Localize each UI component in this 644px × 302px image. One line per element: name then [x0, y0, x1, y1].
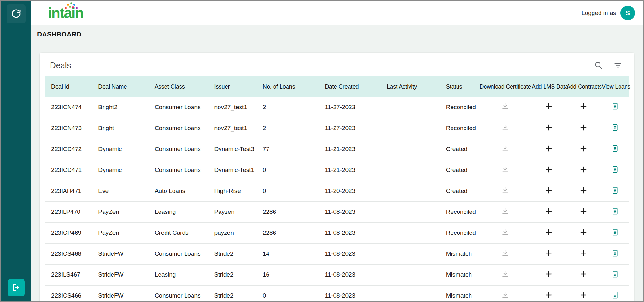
view-loans-button[interactable] — [611, 207, 619, 216]
download-certificate-button[interactable] — [501, 144, 509, 154]
view-loans-button[interactable] — [611, 123, 619, 133]
view-loans-button[interactable] — [611, 270, 619, 279]
cell-asset-class: Consumer Loans — [148, 97, 208, 118]
cell-deal-id: 223ICS468 — [45, 243, 92, 264]
download-certificate-button[interactable] — [501, 291, 509, 300]
download-certificate-button[interactable] — [501, 102, 509, 111]
document-icon — [611, 291, 619, 300]
view-loans-button[interactable] — [611, 291, 619, 300]
add-contracts-button[interactable] — [579, 249, 588, 259]
cell-no-of-loans: 77 — [256, 139, 319, 160]
add-contracts-button[interactable] — [579, 144, 588, 154]
download-icon — [501, 144, 509, 154]
add-contracts-button[interactable] — [579, 186, 588, 196]
cell-last-activity — [380, 243, 440, 264]
cell-no-of-loans: 0 — [256, 160, 319, 181]
view-loans-button[interactable] — [611, 228, 619, 237]
download-icon — [501, 207, 509, 216]
cell-view-loans — [601, 222, 629, 243]
download-certificate-button[interactable] — [501, 228, 509, 237]
cell-deal-name: PayZen — [92, 222, 148, 243]
view-loans-button[interactable] — [611, 165, 619, 174]
table-row: 223ICS468 StrideFW Consumer Loans Stride… — [45, 243, 629, 264]
download-certificate-button[interactable] — [501, 249, 509, 258]
add-contracts-button[interactable] — [579, 228, 588, 238]
document-icon — [611, 228, 619, 237]
view-loans-button[interactable] — [611, 144, 619, 154]
page-title: DASHBOARD — [37, 30, 81, 38]
column-header-no-of-loans: No. of Loans — [256, 76, 319, 97]
cell-no-of-loans: 16 — [256, 264, 319, 285]
plus-icon — [579, 102, 588, 112]
search-button[interactable] — [594, 61, 603, 70]
add-contracts-button[interactable] — [579, 207, 588, 217]
cell-deal-id: 223ICS466 — [45, 285, 92, 302]
cell-status: Mismatch — [440, 285, 479, 302]
table-row: 223ICS466 StrideFW Consumer Loans Stride… — [45, 285, 629, 302]
cell-date-created: 11-20-2023 — [318, 181, 380, 201]
add-lms-data-button[interactable] — [544, 228, 553, 238]
cell-status: Mismatch — [440, 264, 479, 285]
cell-add-lms-data — [531, 181, 566, 201]
add-lms-data-button[interactable] — [544, 144, 553, 154]
main-area: intain Logged in as S — [31, 1, 643, 301]
add-lms-data-button[interactable] — [544, 207, 553, 217]
filter-icon — [613, 61, 622, 70]
document-icon — [611, 270, 619, 279]
sidebar-menu-button[interactable] — [7, 4, 26, 23]
filter-button[interactable] — [613, 61, 622, 70]
download-icon — [501, 165, 509, 174]
app-screen: intain Logged in as S — [0, 0, 644, 302]
add-lms-data-button[interactable] — [544, 270, 553, 279]
cell-add-contracts — [566, 243, 601, 264]
view-loans-button[interactable] — [611, 249, 619, 258]
cell-asset-class: Credit Cards — [148, 222, 208, 243]
add-lms-data-button[interactable] — [544, 186, 553, 196]
plus-icon — [544, 144, 553, 154]
column-header-deal-name: Deal Name — [92, 76, 148, 97]
view-loans-button[interactable] — [611, 102, 619, 111]
add-lms-data-button[interactable] — [544, 102, 553, 112]
add-lms-data-button[interactable] — [544, 123, 553, 133]
view-loans-button[interactable] — [611, 186, 619, 195]
download-icon — [501, 270, 509, 279]
add-contracts-button[interactable] — [579, 291, 588, 300]
cell-issuer: High-Rise — [208, 181, 256, 201]
cell-date-created: 11-27-2023 — [318, 118, 380, 139]
logout-button[interactable] — [8, 279, 25, 296]
add-contracts-button[interactable] — [579, 165, 588, 175]
cell-add-lms-data — [531, 118, 566, 139]
logged-in-as-label: Logged in as — [581, 10, 616, 16]
cell-issuer: nov27_test1 — [208, 97, 256, 118]
document-icon — [611, 165, 619, 174]
cell-last-activity — [380, 222, 440, 243]
add-lms-data-button[interactable] — [544, 165, 553, 175]
cell-status: Reconciled — [440, 97, 479, 118]
add-lms-data-button[interactable] — [544, 249, 553, 259]
download-certificate-button[interactable] — [501, 270, 509, 279]
cell-date-created: 11-27-2023 — [318, 97, 380, 118]
download-certificate-button[interactable] — [501, 123, 509, 133]
cell-asset-class: Consumer Loans — [148, 139, 208, 160]
deals-table-head: Deal IdDeal NameAsset ClassIssuerNo. of … — [45, 76, 629, 97]
column-header-issuer: Issuer — [208, 76, 256, 97]
add-contracts-button[interactable] — [579, 270, 588, 279]
cell-deal-id: 223ICP469 — [45, 222, 92, 243]
add-contracts-button[interactable] — [579, 102, 588, 112]
user-avatar[interactable]: S — [620, 6, 635, 20]
cell-issuer: Dynamic-Test1 — [208, 160, 256, 181]
sidebar — [1, 1, 31, 301]
download-certificate-button[interactable] — [501, 165, 509, 174]
cell-add-lms-data — [531, 160, 566, 181]
logo-dots-icon — [64, 2, 79, 11]
cell-add-contracts — [566, 118, 601, 139]
download-certificate-button[interactable] — [501, 186, 509, 195]
download-certificate-button[interactable] — [501, 207, 509, 216]
cell-last-activity — [380, 201, 440, 222]
cell-status: Created — [440, 160, 479, 181]
cell-deal-name: PayZen — [92, 201, 148, 222]
plus-icon — [579, 228, 588, 238]
add-contracts-button[interactable] — [579, 123, 588, 133]
cell-deal-id: 223ICN474 — [45, 97, 92, 118]
add-lms-data-button[interactable] — [544, 291, 553, 300]
